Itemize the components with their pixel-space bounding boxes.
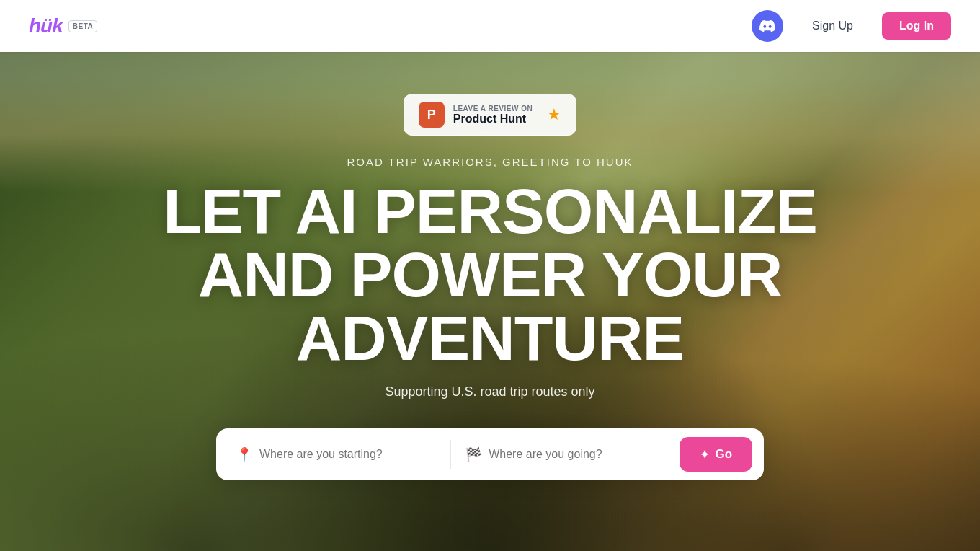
hero-subtitle: ROAD TRIP WARRIORS, GREETING TO HUUK	[347, 156, 633, 168]
end-input[interactable]	[489, 448, 665, 461]
start-input[interactable]	[259, 448, 436, 461]
search-divider	[450, 440, 451, 469]
signup-button[interactable]: Sign Up	[801, 14, 865, 38]
navbar: hük BETA Sign Up Log In	[0, 0, 980, 52]
discord-icon	[760, 18, 775, 34]
discord-button[interactable]	[752, 10, 783, 42]
go-sparkle-icon: ✦	[700, 448, 709, 462]
hero-title: LET AI PERSONALIZE AND POWER YOUR ADVENT…	[163, 180, 817, 370]
flag-icon: 🏁	[466, 446, 481, 462]
end-field: 🏁	[457, 441, 674, 468]
navbar-logo-area: hük BETA	[29, 14, 97, 38]
hero-section: P LEAVE A REVIEW ON Product Hunt ★ ROAD …	[0, 0, 980, 551]
beta-badge: BETA	[68, 20, 97, 32]
hero-title-line2: AND POWER YOUR	[198, 239, 783, 310]
product-hunt-star: ★	[547, 105, 561, 124]
login-button[interactable]: Log In	[882, 12, 951, 40]
location-pin-icon: 📍	[236, 446, 252, 462]
navbar-actions: Sign Up Log In	[752, 10, 951, 42]
logo: hük	[29, 14, 63, 38]
product-hunt-big-text: Product Hunt	[453, 113, 533, 125]
hero-description: Supporting U.S. road trip routes only	[385, 384, 594, 400]
product-hunt-text: LEAVE A REVIEW ON Product Hunt	[453, 105, 533, 125]
product-hunt-banner[interactable]: P LEAVE A REVIEW ON Product Hunt ★	[404, 94, 576, 136]
go-button[interactable]: ✦ Go	[680, 437, 752, 472]
hero-content: P LEAVE A REVIEW ON Product Hunt ★ ROAD …	[0, 0, 980, 480]
product-hunt-logo: P	[419, 102, 445, 128]
start-field: 📍	[228, 441, 445, 468]
hero-title-line1: LET AI PERSONALIZE	[163, 175, 817, 247]
go-label: Go	[715, 447, 732, 462]
hero-title-line3: ADVENTURE	[296, 302, 685, 374]
product-hunt-small-text: LEAVE A REVIEW ON	[453, 105, 533, 113]
search-bar: 📍 🏁 ✦ Go	[216, 428, 764, 480]
